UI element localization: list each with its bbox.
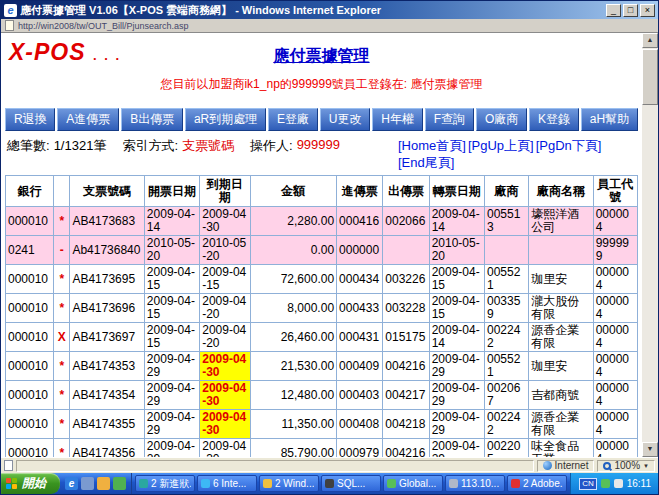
cell-mark: * (54, 265, 70, 294)
table-row[interactable]: 0241-Ab417368402010-05-202010-05-200.000… (6, 236, 638, 265)
cell-in_no: 000416 (337, 207, 383, 236)
cell-amount: 21,530.00 (250, 352, 337, 381)
title-bar: e 應付票據管理 V1.06【X-POS 雲端商務網】 - Windows In… (1, 1, 658, 19)
toolbar-button-10[interactable]: K登錄 (529, 108, 579, 131)
cell-bank: 000010 (6, 265, 54, 294)
cell-amount: 26,460.00 (250, 323, 337, 352)
scroll-up-button[interactable]: ▲ (642, 33, 658, 48)
cell-vendor_name (529, 236, 593, 265)
index-value: 支票號碼 (182, 137, 234, 155)
cell-transfer: 2009-04-14 (429, 323, 484, 352)
cell-vendor (484, 236, 528, 265)
vertical-scrollbar[interactable]: ▲ ▼ (642, 33, 658, 457)
toolbar-button-5[interactable]: E登廠 (268, 108, 318, 131)
minimize-button[interactable]: _ (606, 4, 621, 17)
cell-in_no: 000979 (337, 439, 383, 458)
cell-due: 2009-04-30 (200, 207, 250, 236)
cell-vendor_name: 吉都商號 (529, 381, 593, 410)
task-item-3[interactable]: 2 Wind... (259, 475, 319, 492)
column-header-9: 轉票日期 (429, 176, 484, 207)
cell-out_no: 015175 (383, 323, 429, 352)
column-header-11: 廠商名稱 (529, 176, 593, 207)
zoom-level: 100% (614, 460, 640, 471)
toolbar-button-7[interactable]: H年權 (372, 108, 422, 131)
scroll-thumb[interactable] (642, 49, 658, 105)
magnifier-icon (603, 462, 611, 470)
cell-check: AB4174353 (70, 352, 144, 381)
task-item-label: 113.10... (461, 478, 499, 489)
nav-link-2[interactable]: [PgUp上頁] (468, 137, 534, 154)
cell-emp: 999999 (593, 236, 637, 265)
task-item-5[interactable]: Global... (383, 475, 443, 492)
cell-mark: * (54, 381, 70, 410)
cell-transfer: 2009-04-15 (429, 265, 484, 294)
table-row[interactable]: 000010XAB41736972009-04-152009-04-2026,4… (6, 323, 638, 352)
cell-amount: 0.00 (250, 236, 337, 265)
toolbar-button-2[interactable]: A進傳票 (57, 108, 119, 131)
cell-mark: * (54, 207, 70, 236)
folder-quicklaunch-icon[interactable] (97, 477, 110, 490)
maximize-button[interactable]: □ (623, 4, 638, 17)
table-row[interactable]: 000010*AB41743552009-04-292009-04-3011,3… (6, 410, 638, 439)
document-icon (4, 460, 13, 471)
column-header-2 (54, 176, 70, 207)
cell-vendor: 002067 (484, 381, 528, 410)
table-row[interactable]: 000010*AB41736832009-04-142009-04-302,28… (6, 207, 638, 236)
task-item-1[interactable]: 2 新進狀.. (135, 475, 195, 492)
cell-emp: 000004 (593, 207, 637, 236)
task-item-6[interactable]: 113.10... (445, 475, 505, 492)
quick-launch: e (60, 473, 132, 494)
table-row[interactable]: 000010*AB41743532009-04-292009-04-3021,5… (6, 352, 638, 381)
cell-check: Ab41736840 (70, 236, 144, 265)
clock[interactable]: 16:11 (627, 478, 651, 489)
task-item-2[interactable]: 6 Inte... (197, 475, 257, 492)
cell-amount: 85,790.00 (250, 439, 337, 458)
table-row[interactable]: 000010*AB41736952009-04-152009-04-1572,6… (6, 265, 638, 294)
cell-vendor_name: 壕熙洋酒公司 (529, 207, 593, 236)
address-url[interactable]: http://win2008/tw/OUT_Bill/Pjunsearch.as… (18, 21, 189, 31)
scroll-down-button[interactable]: ▼ (642, 442, 658, 457)
scroll-track[interactable] (642, 105, 658, 442)
table-header-row: 銀行支票號碼開票日期到期日期金額進傳票出傳票轉票日期廠商廠商名稱員工代號 (6, 176, 638, 207)
language-indicator[interactable]: CN (579, 478, 597, 490)
toolbar-button-6[interactable]: U更改 (320, 108, 370, 131)
cell-out_no (383, 236, 429, 265)
cell-emp: 000004 (593, 352, 637, 381)
cell-amount: 8,000.00 (250, 294, 337, 323)
total-count: 總筆數: 1/1321筆 (7, 137, 106, 155)
column-header-3: 支票號碼 (70, 176, 144, 207)
cell-mark: * (54, 439, 70, 458)
shield-tray-icon[interactable] (601, 479, 610, 488)
table-row[interactable]: 000010*AB41743542009-04-292009-04-3012,4… (6, 381, 638, 410)
task-item-4[interactable]: SQL... (321, 475, 381, 492)
nav-link-3[interactable]: [PgDn下頁] (536, 137, 602, 154)
toolbar-button-4[interactable]: aR到期處理 (185, 108, 266, 131)
total-value: 1/1321筆 (54, 137, 107, 155)
cell-vendor_name: 味全食品工業 (529, 439, 593, 458)
toolbar-button-1[interactable]: R退換 (5, 108, 55, 131)
table-row[interactable]: 000010*AB41743562009-04-292009-04-3085,7… (6, 439, 638, 458)
cell-out_no: 003228 (383, 294, 429, 323)
internet-zone-panel: Internet (537, 460, 595, 472)
volume-tray-icon[interactable] (614, 479, 623, 488)
toolbar-button-8[interactable]: F查詢 (425, 108, 474, 131)
toolbar-button-11[interactable]: aH幫助 (581, 108, 638, 131)
nav-link-4[interactable]: [End尾頁] (398, 154, 454, 171)
cell-bank: 000010 (6, 294, 54, 323)
toolbar-button-9[interactable]: O廠商 (476, 108, 527, 131)
table-body: 000010*AB41736832009-04-142009-04-302,28… (6, 207, 638, 458)
close-button[interactable]: × (640, 4, 655, 17)
table-row[interactable]: 000010*AB41736962009-04-152009-04-208,00… (6, 294, 638, 323)
cell-transfer: 2009-04-29 (429, 410, 484, 439)
column-header-1: 銀行 (6, 176, 54, 207)
status-spacer (16, 460, 534, 472)
cell-emp: 000004 (593, 323, 637, 352)
media-quicklaunch-icon[interactable] (113, 477, 126, 490)
zoom-control[interactable]: 100% ▼ (597, 460, 655, 472)
toolbar-button-3[interactable]: B出傳票 (121, 108, 183, 131)
task-item-7[interactable]: 2 Adobe.. (507, 475, 567, 492)
nav-link-1[interactable]: [Home首頁] (398, 137, 466, 154)
ie-quicklaunch-icon[interactable]: e (65, 477, 78, 490)
show-desktop-icon[interactable] (81, 477, 94, 490)
start-button[interactable]: 開始 (1, 473, 60, 494)
